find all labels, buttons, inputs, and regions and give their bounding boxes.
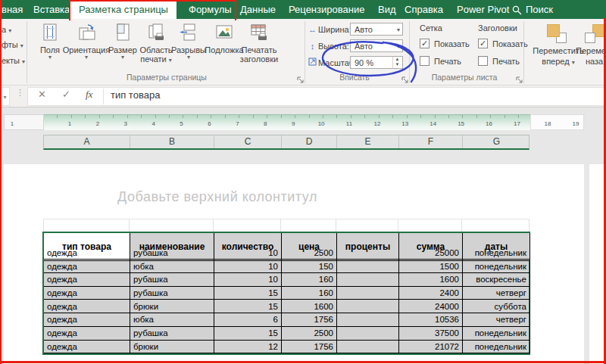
table-cell[interactable]: одежда	[44, 313, 130, 327]
table-cell[interactable]: 1500	[399, 260, 463, 273]
table-cell[interactable]: 25000	[399, 247, 463, 260]
enter-icon[interactable]: ✓	[62, 89, 70, 100]
height-combobox[interactable]: Авто▾	[350, 39, 403, 52]
width-combobox[interactable]: Авто▾	[350, 23, 403, 36]
table-cell[interactable]	[337, 327, 399, 341]
table-cell[interactable]: 10	[214, 260, 282, 273]
tab-power-pivot[interactable]: Power Pivot	[457, 4, 509, 15]
table-cell[interactable]: одежда	[44, 260, 130, 273]
table-cell[interactable]	[337, 341, 399, 354]
table-cell[interactable]: одежда	[44, 273, 130, 287]
table-cell[interactable]: 6	[214, 313, 282, 327]
formula-bar-value[interactable]: тип товара	[111, 89, 160, 101]
table-cell[interactable]	[337, 313, 399, 327]
name-box-cut[interactable]: ▾	[0, 87, 10, 106]
table-cell[interactable]: 12	[214, 341, 282, 354]
table-cell[interactable]: воскресенье	[463, 273, 530, 287]
column-header-g[interactable]: G	[463, 135, 530, 148]
table-cell[interactable]: рубашка	[130, 247, 214, 260]
table-cell[interactable]: одежда	[44, 247, 130, 260]
column-header-e[interactable]: E	[337, 135, 399, 148]
table-cell[interactable]: рубашка	[130, 327, 214, 341]
table-cell[interactable]: 10	[214, 247, 282, 260]
header-placeholder[interactable]: Добавьте верхний колонтитул	[81, 189, 354, 205]
table-cell[interactable]: понедельник	[463, 327, 530, 341]
tab-view[interactable]: Вид	[378, 4, 396, 15]
table-cell[interactable]: четверг	[463, 287, 530, 300]
headings-show-checkbox[interactable]: ✓Показать	[478, 39, 528, 48]
table-cell[interactable]: 1756	[282, 341, 337, 354]
table-cell[interactable]	[337, 247, 399, 260]
themes-cut-fonts[interactable]: фты ▾	[2, 40, 23, 49]
table-cell[interactable]: 21072	[399, 341, 463, 354]
tab-data[interactable]: Данные	[240, 4, 276, 15]
table-cell[interactable]: 150	[282, 260, 337, 273]
table-cell[interactable]	[337, 300, 399, 313]
column-header-c[interactable]: C	[214, 135, 282, 148]
tab-insert[interactable]: Вставка	[33, 4, 70, 15]
unchecked-checkbox-icon[interactable]	[420, 56, 430, 66]
themes-cut-effects[interactable]: екты ▾	[2, 56, 25, 65]
table-cell[interactable]: 15	[214, 327, 282, 341]
table-cell[interactable]: 15	[214, 287, 282, 300]
table-cell[interactable]: юбка	[130, 260, 214, 273]
unchecked-checkbox-icon[interactable]	[478, 56, 488, 66]
spinner-arrows[interactable]: ▲▼	[392, 57, 401, 68]
table-cell[interactable]: суббота	[463, 300, 530, 313]
print-titles-button[interactable]: Печататьзаголовки	[235, 23, 283, 64]
table-cell[interactable]: понедельник	[463, 247, 530, 260]
gridlines-print-checkbox[interactable]: Печать	[420, 56, 461, 66]
table-cell[interactable]: 10536	[399, 313, 463, 327]
chevron-down-icon[interactable]: ▾	[397, 43, 400, 50]
column-header-b[interactable]: B	[130, 135, 214, 148]
table-cell[interactable]: понедельник	[463, 341, 530, 354]
table-cell[interactable]: рубашка	[130, 273, 214, 287]
scale-spinner-field[interactable]: 90 % ▲▼	[350, 56, 403, 69]
table-cell[interactable]: 2400	[399, 287, 463, 300]
table-cell[interactable]: брюки	[130, 341, 214, 354]
checked-checkbox-icon[interactable]: ✓	[420, 39, 430, 48]
cancel-icon[interactable]: ✕	[38, 89, 46, 100]
tab-page-layout[interactable]: Разметка страницы	[70, 0, 176, 20]
table-cell[interactable]: 37500	[399, 327, 463, 341]
drag-handle-icon[interactable]: ⋮	[16, 90, 24, 95]
table-cell[interactable]: юбка	[130, 313, 214, 327]
table-cell[interactable]: 1756	[282, 313, 337, 327]
headings-print-checkbox[interactable]: Печать	[478, 56, 520, 66]
table-cell[interactable]: 1600	[282, 300, 337, 313]
tab-formulas[interactable]: Формулы	[189, 4, 232, 15]
table-cell[interactable]: одежда	[44, 327, 130, 341]
table-cell[interactable]: 2500	[282, 247, 337, 260]
chevron-down-icon[interactable]: ▾	[397, 26, 400, 33]
search-label[interactable]: Поиск	[526, 4, 553, 15]
search-icon[interactable]	[512, 5, 522, 18]
table-cell[interactable]: одежда	[44, 300, 130, 313]
themes-cut-colors[interactable]: а ▾	[2, 25, 11, 34]
table-cell[interactable]: 15	[214, 300, 282, 313]
table-cell[interactable]: четверг	[463, 313, 530, 327]
table-cell[interactable]: 1600	[399, 273, 463, 287]
table-cell[interactable]: 2500	[282, 327, 337, 341]
table-cell[interactable]: брюки	[130, 300, 214, 313]
table-cell[interactable]: 24000	[399, 300, 463, 313]
table-cell[interactable]	[337, 273, 399, 287]
column-header-a[interactable]: A	[44, 135, 130, 148]
table-cell[interactable]: одежда	[44, 287, 130, 300]
tab-home-cut[interactable]: вная	[2, 4, 23, 15]
insert-function-button[interactable]: fx	[86, 89, 92, 101]
table-cell[interactable]: 160	[282, 287, 337, 300]
table-cell[interactable]: одежда	[44, 341, 130, 354]
table-cell[interactable]	[337, 287, 399, 300]
empty-sheet-row[interactable]	[43, 219, 529, 232]
table-cell[interactable]: 10	[214, 273, 282, 287]
checked-checkbox-icon[interactable]: ✓	[478, 39, 488, 48]
table-cell[interactable]	[337, 260, 399, 273]
gridlines-show-checkbox[interactable]: ✓Показать	[420, 39, 470, 48]
column-header-d[interactable]: D	[282, 135, 337, 148]
table-cell[interactable]: 160	[282, 273, 337, 287]
table-cell[interactable]: понедельник	[463, 260, 530, 273]
tab-review[interactable]: Рецензирование	[289, 4, 364, 15]
tab-help[interactable]: Справка	[405, 4, 443, 15]
column-header-f[interactable]: F	[399, 135, 463, 148]
table-cell[interactable]: рубашка	[130, 287, 214, 300]
